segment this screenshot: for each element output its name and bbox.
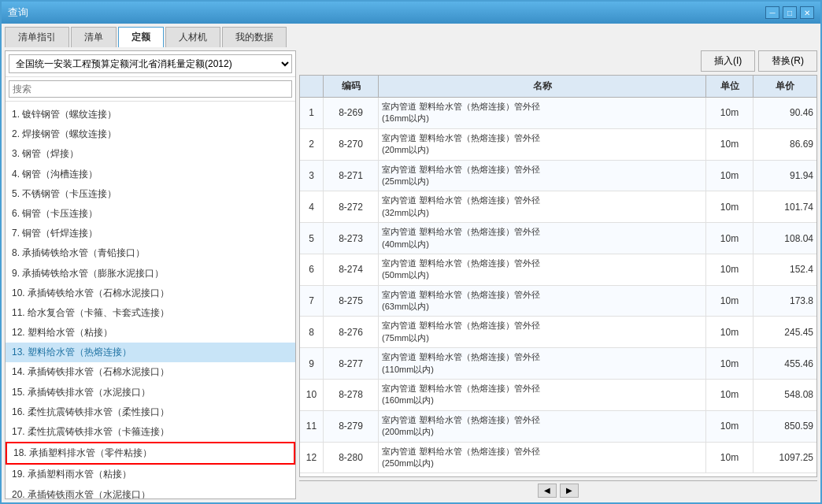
cell-name: 室内管道 塑料给水管（热熔连接）管外径 (32mm以内) — [379, 191, 706, 222]
cell-unit: 10m — [706, 317, 754, 347]
table-row[interactable]: 5 8-273 室内管道 塑料给水管（热熔连接）管外径 (40mm以内) 10m… — [300, 223, 816, 254]
tree-item-3[interactable]: 3. 钢管（焊接） — [6, 144, 295, 164]
dropdown-row: 全国统一安装工程预算定额河北省消耗量定额(2012) — [6, 51, 295, 77]
cell-num: 8 — [300, 317, 324, 347]
cell-num: 1 — [300, 98, 324, 128]
prev-page-button[interactable]: ◀ — [538, 484, 557, 498]
cell-price: 101.74 — [754, 191, 816, 222]
table-row[interactable]: 12 8-280 室内管道 塑料给水管（热熔连接）管外径 (250mm以内) 1… — [300, 443, 816, 474]
tree-item-11[interactable]: 11. 给水复合管（卡箍、卡套式连接） — [6, 303, 295, 323]
cell-name: 室内管道 塑料给水管（热熔连接）管外径 (50mm以内) — [379, 254, 706, 285]
quota-dropdown[interactable]: 全国统一安装工程预算定额河北省消耗量定额(2012) — [9, 54, 292, 73]
tree-item-15[interactable]: 15. 承插铸铁排水管（水泥接口） — [6, 383, 295, 402]
main-window: 查询 ─ □ ✕ 清单指引 清单 定额 人材机 我的数据 全国统一安装工程预算定… — [0, 0, 822, 504]
tree-item-9[interactable]: 9. 承插铸铁给水管（膨胀水泥接口） — [6, 264, 295, 284]
tree-item-12[interactable]: 12. 塑料给水管（粘接） — [6, 323, 295, 343]
cell-num: 11 — [300, 411, 324, 442]
table-body: 1 8-269 室内管道 塑料给水管（热熔连接）管外径 (16mm以内) 10m… — [300, 98, 816, 476]
tab-qingdan[interactable]: 清单 — [71, 27, 117, 47]
tab-dinge[interactable]: 定额 — [118, 27, 164, 47]
tree-item-7[interactable]: 7. 铜管（钎焊连接） — [6, 224, 295, 243]
tree-item-2[interactable]: 2. 焊接钢管（螺纹连接） — [6, 124, 295, 144]
replace-button[interactable]: 替换(R) — [758, 50, 817, 72]
cell-price: 548.08 — [754, 380, 816, 410]
table-row[interactable]: 4 8-272 室内管道 塑料给水管（热熔连接）管外径 (32mm以内) 10m… — [300, 191, 816, 223]
cell-unit: 10m — [706, 191, 754, 222]
tree-item-20[interactable]: 20. 承插铸铁雨水管（水泥接口） — [6, 485, 295, 498]
title-bar: 查询 ─ □ ✕ — [2, 2, 820, 24]
col-name: 名称 — [379, 76, 706, 97]
minimize-button[interactable]: ─ — [765, 6, 779, 19]
tree-item-5[interactable]: 5. 不锈钢管（卡压连接） — [6, 184, 295, 204]
tab-rencaiji[interactable]: 人材机 — [165, 27, 220, 47]
tree-item-10[interactable]: 10. 承插铸铁给水管（石棉水泥接口） — [6, 284, 295, 303]
tree-item-19[interactable]: 19. 承插塑料雨水管（粘接） — [6, 465, 295, 484]
table-row[interactable]: 8 8-276 室内管道 塑料给水管（热熔连接）管外径 (75mm以内) 10m… — [300, 317, 816, 348]
cell-code: 8-274 — [324, 254, 379, 285]
cell-code: 8-276 — [324, 317, 379, 347]
cell-code: 8-280 — [324, 443, 379, 473]
cell-unit: 10m — [706, 98, 754, 128]
table-row[interactable]: 10 8-278 室内管道 塑料给水管（热熔连接）管外径 (160mm以内) 1… — [300, 380, 816, 411]
tree-item-16[interactable]: 16. 柔性抗震铸铁排水管（柔性接口） — [6, 402, 295, 422]
cell-name: 室内管道 塑料给水管（热熔连接）管外径 (200mm以内) — [379, 411, 706, 442]
cell-num: 4 — [300, 191, 324, 222]
cell-price: 152.4 — [754, 254, 816, 285]
cell-name: 室内管道 塑料给水管（热熔连接）管外径 (75mm以内) — [379, 317, 706, 347]
cell-code: 8-278 — [324, 380, 379, 410]
cell-unit: 10m — [706, 254, 754, 285]
table-row[interactable]: 11 8-279 室内管道 塑料给水管（热熔连接）管外径 (200mm以内) 1… — [300, 411, 816, 443]
cell-unit: 10m — [706, 380, 754, 410]
tab-wode-shuju[interactable]: 我的数据 — [222, 27, 287, 47]
cell-code: 8-271 — [324, 161, 379, 191]
cell-code: 8-272 — [324, 191, 379, 222]
tree-item-1[interactable]: 1. 镀锌钢管（螺纹连接） — [6, 105, 295, 124]
table-row[interactable]: 2 8-270 室内管道 塑料给水管（热熔连接）管外径 (20mm以内) 10m… — [300, 129, 816, 161]
cell-price: 86.69 — [754, 129, 816, 160]
cell-num: 6 — [300, 254, 324, 285]
table-row[interactable]: 3 8-271 室内管道 塑料给水管（热熔连接）管外径 (25mm以内) 10m… — [300, 161, 816, 192]
cell-code: 8-279 — [324, 411, 379, 442]
col-price: 单价 — [754, 76, 816, 97]
cell-name: 室内管道 塑料给水管（热熔连接）管外径 (110mm以内) — [379, 348, 706, 379]
close-button[interactable]: ✕ — [800, 6, 814, 19]
cell-code: 8-270 — [324, 129, 379, 160]
cell-unit: 10m — [706, 223, 754, 254]
search-input[interactable] — [9, 80, 292, 98]
cell-num: 5 — [300, 223, 324, 254]
cell-unit: 10m — [706, 411, 754, 442]
cell-name: 室内管道 塑料给水管（热熔连接）管外径 (25mm以内) — [379, 161, 706, 191]
search-row — [6, 77, 295, 102]
cell-num: 7 — [300, 286, 324, 317]
tree-item-13[interactable]: 13. 塑料给水管（热熔连接） — [6, 343, 295, 362]
insert-button[interactable]: 插入(I) — [701, 50, 755, 72]
tree-item-14[interactable]: 14. 承插铸铁排水管（石棉水泥接口） — [6, 362, 295, 382]
bottom-bar: ◀ ▶ — [299, 480, 817, 499]
cell-num: 3 — [300, 161, 324, 191]
tree-item-6[interactable]: 6. 铜管（卡压连接） — [6, 204, 295, 224]
cell-num: 10 — [300, 380, 324, 410]
table-row[interactable]: 6 8-274 室内管道 塑料给水管（热熔连接）管外径 (50mm以内) 10m… — [300, 254, 816, 286]
cell-unit: 10m — [706, 348, 754, 379]
cell-name: 室内管道 塑料给水管（热熔连接）管外径 (160mm以内) — [379, 380, 706, 410]
maximize-button[interactable]: □ — [783, 6, 797, 19]
tree-item-4[interactable]: 4. 钢管（沟槽连接） — [6, 165, 295, 184]
cell-price: 1097.25 — [754, 443, 816, 473]
cell-price: 455.46 — [754, 348, 816, 379]
cell-price: 245.45 — [754, 317, 816, 347]
cell-unit: 10m — [706, 161, 754, 191]
cell-name: 室内管道 塑料给水管（热熔连接）管外径 (16mm以内) — [379, 98, 706, 128]
next-page-button[interactable]: ▶ — [560, 484, 579, 498]
tree-item-17[interactable]: 17. 柔性抗震铸铁排水管（卡箍连接） — [6, 422, 295, 442]
cell-name: 室内管道 塑料给水管（热熔连接）管外径 (20mm以内) — [379, 129, 706, 160]
table-row[interactable]: 1 8-269 室内管道 塑料给水管（热熔连接）管外径 (16mm以内) 10m… — [300, 98, 816, 129]
tab-qingdan-zhiyin[interactable]: 清单指引 — [5, 27, 69, 47]
table-row[interactable]: 9 8-277 室内管道 塑料给水管（热熔连接）管外径 (110mm以内) 10… — [300, 348, 816, 380]
tree-item-18[interactable]: 18. 承插塑料排水管（零件粘接） — [6, 442, 295, 465]
cell-num: 2 — [300, 129, 324, 160]
col-unit: 单位 — [706, 76, 754, 97]
tree-item-8[interactable]: 8. 承插铸铁给水管（青铅接口） — [6, 243, 295, 263]
cell-price: 91.94 — [754, 161, 816, 191]
cell-code: 8-275 — [324, 286, 379, 317]
table-row[interactable]: 7 8-275 室内管道 塑料给水管（热熔连接）管外径 (63mm以内) 10m… — [300, 286, 816, 317]
